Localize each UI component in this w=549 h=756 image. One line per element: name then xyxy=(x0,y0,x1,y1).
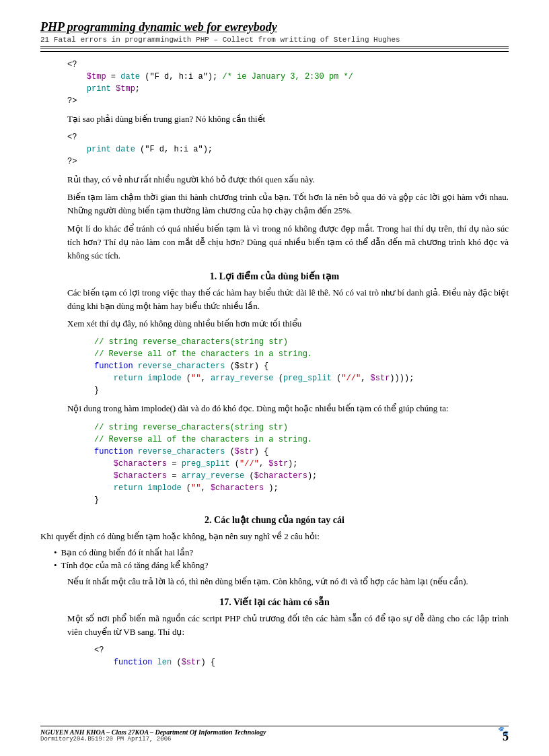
para2: Biến tạm làm chậm thời gian thi hành chư… xyxy=(67,191,509,217)
code4-c2: // Reverse all of the characters in a st… xyxy=(94,435,312,444)
section1-para1: Các biến tạm có lợi trong việc thay thế … xyxy=(67,286,509,313)
page-footer: NGUYEN ANH KHOA – Class 27KOA – Departme… xyxy=(40,726,509,743)
code-block-1: <? $tmp = date ("F d, h:i a"); /* ie Jan… xyxy=(67,59,509,107)
footer-left: NGUYEN ANH KHOA – Class 27KOA – Departme… xyxy=(40,728,509,736)
code4-c1: // string reverse_characters(string str) xyxy=(94,423,288,432)
section2-heading: 2. Các luật chung của ngón tay cái xyxy=(40,514,509,526)
code2-date: date xyxy=(116,145,135,154)
code3-c2: // Reverse all of the characters in a st… xyxy=(94,349,312,359)
code-block-3: // string reverse_characters(string str)… xyxy=(94,336,509,397)
code2-line2: print date ("F d, h:i a"); xyxy=(67,145,213,154)
code4-c6: return implode ("", $characters ); xyxy=(94,483,279,493)
para1: Rủi thay, có vẻ như rất nhiều người khó … xyxy=(67,173,509,186)
code3-c4: return implode ("", array_reverse (preg_… xyxy=(94,374,414,383)
header-subtitle: 21 Fatal errors in programmingwith PHP –… xyxy=(40,36,509,44)
code1-line4: ?> xyxy=(67,96,77,106)
code-block-5: <? function len ($str) { xyxy=(94,644,509,668)
header-title: PHP programming dynamic web for ewreybod… xyxy=(40,20,509,34)
code5-c2: function len ($str) { xyxy=(94,658,215,667)
code1-fn: date xyxy=(120,72,140,81)
section1-para2: Xem xét thí dụ đây, nó không dùng nhiều … xyxy=(67,317,509,331)
code1-comment: /* ie January 3, 2:30 pm */ xyxy=(222,72,353,81)
bullet-item-1: Bạn có dùng biến đó ít nhất hai lần? xyxy=(54,547,509,558)
code1-line2: $tmp = date ("F d, h:i a"); /* ie Januar… xyxy=(67,72,353,81)
code3-c5: } xyxy=(94,386,99,395)
page-header: PHP programming dynamic web for ewreybod… xyxy=(40,20,509,48)
section3-para1: Một số nơi phổ biến mã nguồn các script … xyxy=(67,612,509,639)
section3-heading: 17. Viết lại các hàm có sẵn xyxy=(40,596,509,608)
para4: Nội dung trong hàm implode() dài và do đ… xyxy=(67,402,509,415)
code4-c5: $characters = array_reverse ($characters… xyxy=(94,471,317,481)
code2-print: print xyxy=(87,145,111,154)
text1: Tại sao phải dùng biến trung gian? Nó kh… xyxy=(67,112,509,126)
code-block-4: // string reverse_characters(string str)… xyxy=(94,421,509,506)
code4-c3: function reverse_characters ($str) { xyxy=(94,447,268,456)
bullet-list: Bạn có dùng biến đó ít nhất hai lần? Tín… xyxy=(54,547,509,571)
code1-print: print xyxy=(87,84,111,94)
section2-para2: Nếu ít nhất một câu trả lời là có, thì n… xyxy=(67,575,509,588)
footer-sub: Dormitory204.B519:20 PM April7, 2006 xyxy=(40,736,509,743)
para3: Một lí do khác để tránh có quá nhiều biế… xyxy=(67,222,509,263)
code2-line3: ?> xyxy=(67,157,77,166)
header-divider xyxy=(40,51,509,52)
code3-c1: // string reverse_characters(string str) xyxy=(94,337,288,347)
page-number: 5 xyxy=(503,730,509,744)
bullet-item-2: Tính đọc của mã có tăng đáng kể không? xyxy=(54,560,509,571)
code3-c3: function reverse_characters ($str) { xyxy=(94,362,268,371)
code1-line1: <? xyxy=(67,60,77,69)
section2-para1: Khi quyết định có dùng biến tạm hoặc khô… xyxy=(40,530,509,543)
code1-line3: print $tmp; xyxy=(67,84,140,94)
code1-var: $tmp xyxy=(87,72,106,81)
code4-c4: $characters = preg_split ("//", $str); xyxy=(94,459,298,469)
section1-heading: 1. Lợi điểm của dùng biến tạm xyxy=(40,271,509,282)
code5-c1: <? xyxy=(94,646,104,655)
code4-c7: } xyxy=(94,495,99,505)
code-block-2: <? print date ("F d, h:i a"); ?> xyxy=(67,131,509,168)
page: PHP programming dynamic web for ewreybod… xyxy=(0,0,549,756)
code1-tmp: $tmp xyxy=(116,84,135,94)
code2-line1: <? xyxy=(67,133,77,142)
